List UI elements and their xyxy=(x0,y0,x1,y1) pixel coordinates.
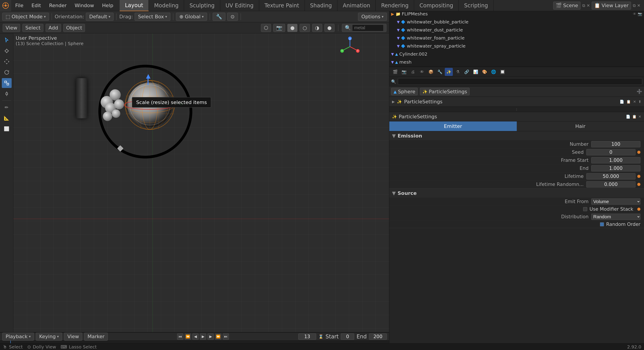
keying-btn[interactable]: Keying ▾ xyxy=(36,333,62,341)
viewlayer-selector[interactable]: 📋 View Layer xyxy=(592,1,631,9)
start-frame-input[interactable]: 0 xyxy=(341,334,354,340)
current-frame-input[interactable]: 13 xyxy=(298,334,316,340)
tool-measure[interactable]: 📐 xyxy=(2,113,12,123)
emit-from-select[interactable]: Volume Face Edge Vertex xyxy=(591,198,640,205)
tab-emitter[interactable]: Emitter xyxy=(389,121,517,131)
props-tab-texture[interactable]: 🔲 xyxy=(498,68,506,76)
end-value[interactable]: 1.000 xyxy=(591,165,640,172)
tab-modeling[interactable]: Modeling xyxy=(149,0,184,11)
menu-file[interactable]: File xyxy=(11,0,28,11)
outliner-item-cylinder[interactable]: ▼ ▲ Cylinder.002 xyxy=(389,50,644,58)
view-menu[interactable]: View xyxy=(3,24,20,32)
tab-compositing[interactable]: Compositing xyxy=(414,0,459,11)
tool-transform[interactable] xyxy=(2,89,12,99)
tool-add-cube[interactable]: ⬜ xyxy=(2,124,12,134)
props-tab-material[interactable]: 🎨 xyxy=(480,68,488,76)
clipboard-icon2[interactable]: 📋 xyxy=(632,115,636,119)
add-menu[interactable]: Add xyxy=(46,24,61,32)
visible-icon[interactable]: 👁 xyxy=(633,12,636,16)
outliner-item-bubble[interactable]: ▼ 🔷 whitewater_bubble_particle xyxy=(389,18,644,26)
props-tab-output[interactable]: 🖨 xyxy=(409,68,417,76)
tab-texture-paint[interactable]: Texture Paint xyxy=(259,0,305,11)
outliner-item-mesh[interactable]: ▼ ▲ mesh xyxy=(389,58,644,66)
drag-selector[interactable]: Select Box ▾ xyxy=(134,13,170,21)
options-btn[interactable]: Options ▾ xyxy=(358,13,387,21)
props-tab-scene[interactable]: 🎬 xyxy=(391,68,399,76)
close-icon2[interactable]: ✕ xyxy=(637,3,640,8)
shading-wire-btn[interactable]: ● xyxy=(287,24,298,32)
props-tab-modifier[interactable]: 🔧 xyxy=(436,68,444,76)
random-order-checkbox[interactable] xyxy=(600,222,604,226)
props-tab-world[interactable]: 🌐 xyxy=(490,68,498,76)
menu-help[interactable]: Help xyxy=(98,0,118,11)
props-tab-view[interactable]: 👁 xyxy=(418,68,426,76)
jump-start-btn[interactable]: ⏮ xyxy=(177,334,183,340)
object-menu[interactable]: Object xyxy=(63,24,85,32)
close-icon[interactable]: ✕ xyxy=(586,3,590,8)
outliner-item-foam[interactable]: ▼ 🔷 whitewater_foam_particle xyxy=(389,34,644,42)
menu-window[interactable]: Window xyxy=(71,0,98,11)
tab-rendering[interactable]: Rendering xyxy=(376,0,414,11)
tool-scale[interactable] xyxy=(2,78,12,88)
tl-view-btn[interactable]: View xyxy=(64,333,82,341)
tab-hair[interactable]: Hair xyxy=(517,121,644,131)
render-icon[interactable]: 📷 xyxy=(638,12,642,16)
expand-icon[interactable]: ⬆ xyxy=(638,100,641,104)
menu-render[interactable]: Render xyxy=(45,0,70,11)
number-value[interactable]: 100 xyxy=(591,141,640,147)
camera-btn[interactable]: 📷 xyxy=(273,24,285,32)
tool-cursor[interactable] xyxy=(2,46,12,56)
props-tab-render[interactable]: 📷 xyxy=(400,68,408,76)
search-btn[interactable]: 🔍 xyxy=(342,24,386,32)
tool-rotate[interactable] xyxy=(2,67,12,77)
next-keyframe-btn[interactable]: ⏩ xyxy=(215,334,222,340)
play-btn[interactable]: ▶ xyxy=(200,334,206,340)
collapse-bar[interactable]: ⋮ xyxy=(389,107,644,112)
particlesettings-selector[interactable]: ✨ ParticleSettings xyxy=(420,88,470,95)
orientation-selector[interactable]: Default ▾ xyxy=(86,13,114,21)
lifetime-value[interactable]: 50.000 xyxy=(586,173,636,179)
props-tab-object[interactable]: 📦 xyxy=(427,68,435,76)
tab-uv-editing[interactable]: UV Editing xyxy=(220,0,259,11)
props-tab-data[interactable]: 📊 xyxy=(472,68,480,76)
outliner-item-dust[interactable]: ▼ 🔷 whitewater_dust_particle xyxy=(389,26,644,34)
end-frame-input[interactable]: 200 xyxy=(369,334,387,340)
frame-start-value[interactable]: 1.000 xyxy=(591,157,640,164)
emission-header[interactable]: ▼ Emission xyxy=(389,131,644,140)
doc-icon[interactable]: 📄 xyxy=(620,100,624,104)
step-back-btn[interactable]: ◀ xyxy=(192,334,198,340)
scene-selector[interactable]: 🎬 Scene xyxy=(553,1,580,9)
playback-btn[interactable]: Playback ▾ xyxy=(2,333,34,341)
tool-move[interactable] xyxy=(2,57,12,66)
tab-layout[interactable]: Layout xyxy=(120,0,149,11)
viewport-overlays-btn[interactable]: ⬡ xyxy=(261,24,271,32)
tab-sculpting[interactable]: Sculpting xyxy=(184,0,220,11)
props-tab-physics[interactable]: ⚗ xyxy=(454,68,462,76)
viewport[interactable]: User Perspective (13) Scene Collection |… xyxy=(14,33,389,332)
search-input[interactable] xyxy=(352,24,384,31)
prev-keyframe-btn[interactable]: ⏪ xyxy=(185,334,191,340)
mode-selector[interactable]: ⬚ Object Mode ▾ xyxy=(2,13,49,21)
doc-icon2[interactable]: 📄 xyxy=(626,115,630,119)
jump-end-btn[interactable]: ⏭ xyxy=(223,334,229,340)
lifetime-random-value[interactable]: 0.000 xyxy=(586,181,636,187)
snap-btn[interactable]: 🔧 xyxy=(213,13,226,21)
expand-arrow[interactable]: ▶ xyxy=(392,100,395,104)
menu-edit[interactable]: Edit xyxy=(28,0,45,11)
transform-selector[interactable]: ⊕ Global ▾ xyxy=(176,13,207,21)
use-modifier-checkbox[interactable] xyxy=(583,207,587,211)
clipboard-icon[interactable]: 📋 xyxy=(626,100,631,104)
tool-select[interactable] xyxy=(2,35,12,45)
source-header[interactable]: ▼ Source xyxy=(389,189,644,197)
shading-material-btn[interactable]: ◑ xyxy=(312,24,322,32)
sphere-selector[interactable]: ▲ Sphere xyxy=(391,88,418,95)
tab-animation[interactable]: Animation xyxy=(338,0,376,11)
close-icon3[interactable]: ✕ xyxy=(633,100,636,104)
select-menu[interactable]: Select xyxy=(22,24,44,32)
tool-annotate[interactable]: ✏️ xyxy=(2,102,12,112)
outliner-item-spray[interactable]: ▼ 🔷 whitewater_spray_particle xyxy=(389,42,644,50)
close-icon4[interactable]: ✕ xyxy=(638,115,641,119)
add-icon[interactable]: ➕ xyxy=(636,89,642,94)
distribution-select[interactable]: Random Jittered xyxy=(591,214,640,220)
seed-value[interactable]: 0 xyxy=(586,149,636,155)
